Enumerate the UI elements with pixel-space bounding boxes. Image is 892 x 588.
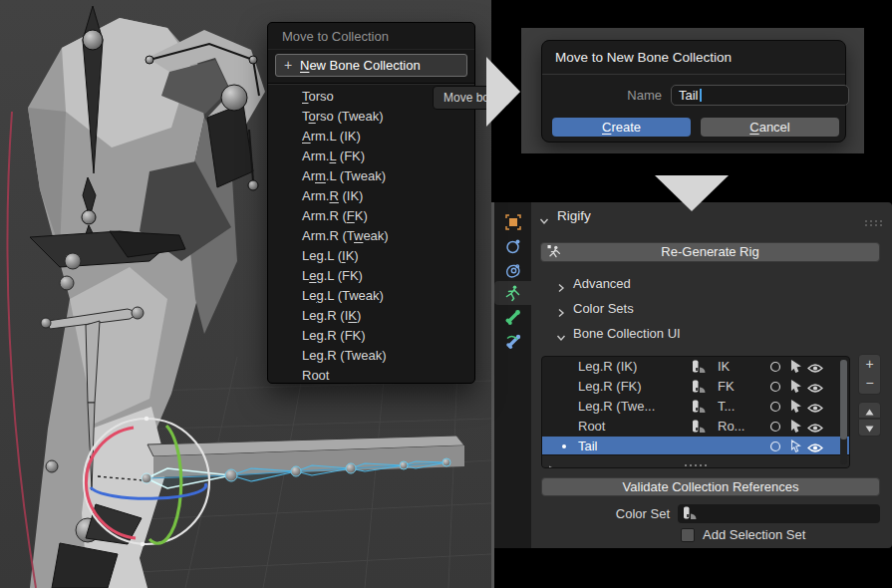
name-input-value: Tail bbox=[679, 88, 699, 103]
section-bone-collection-ui[interactable]: Bone Collection UI bbox=[531, 324, 892, 344]
chevron-down-icon bbox=[539, 212, 549, 230]
menu-item-arm-r-tweak[interactable]: Arm.R (Tweak) bbox=[268, 226, 474, 246]
bone-collection-list: Leg.R (IK) IK Leg.R (FK) FK Leg.R (Twe..… bbox=[541, 356, 850, 468]
solo-circle-icon[interactable] bbox=[769, 381, 781, 396]
menu-item-arm-r-fk[interactable]: Arm.R (FK) bbox=[268, 206, 474, 226]
solo-circle-icon[interactable] bbox=[769, 441, 781, 455]
menu-separator bbox=[268, 83, 474, 85]
bone-properties-tab[interactable] bbox=[494, 305, 531, 329]
panel-grip-icon[interactable] bbox=[864, 213, 882, 231]
list-scrollbar[interactable] bbox=[840, 360, 847, 464]
constraint-icon bbox=[504, 261, 522, 279]
menu-item-new-bone-collection[interactable]: + New Bone Collection bbox=[275, 54, 467, 77]
menu-item-arm-l-ik[interactable]: Arm.L (IK) bbox=[268, 127, 474, 147]
selectable-cursor-icon[interactable] bbox=[789, 380, 801, 396]
up-triangle-icon bbox=[865, 409, 874, 416]
armature-data-tab[interactable] bbox=[494, 281, 531, 305]
color-set-dropdown[interactable] bbox=[678, 504, 880, 523]
color-set-label: Color Set bbox=[531, 504, 670, 523]
visibility-eye-icon[interactable] bbox=[807, 422, 823, 437]
menu-item-leg-r-fk[interactable]: Leg.R (FK) bbox=[268, 326, 474, 346]
menu-title: Move to Collection bbox=[268, 23, 474, 50]
rigify-panel: Rigify Re-Generate Rig Advanced Color Se… bbox=[531, 202, 892, 548]
color-swatch-icon bbox=[692, 360, 706, 377]
menu-item-torso-tweak[interactable]: Torso (Tweak) bbox=[268, 107, 474, 127]
add-selection-set-label: Add Selection Set bbox=[703, 527, 805, 542]
bone-collection-rows: Leg.R (IK) IK Leg.R (FK) FK Leg.R (Twe..… bbox=[542, 357, 849, 456]
add-selection-set-checkbox[interactable] bbox=[681, 528, 695, 542]
bone-icon bbox=[504, 308, 522, 326]
object-properties-tab[interactable] bbox=[494, 210, 531, 234]
cancel-button[interactable]: Cancel bbox=[701, 118, 839, 137]
panel-title: Rigify bbox=[557, 208, 591, 223]
blender-screenshot: Move to Collection + New Bone Collection… bbox=[0, 0, 892, 588]
rigify-icon bbox=[547, 244, 563, 264]
active-dot-icon bbox=[562, 444, 566, 448]
add-collection-button[interactable]: + bbox=[858, 354, 881, 375]
menu-item-leg-r-ik[interactable]: Leg.R (IK) bbox=[268, 306, 474, 326]
object-icon bbox=[504, 213, 522, 231]
regenerate-rig-button[interactable]: Re-Generate Rig bbox=[540, 242, 880, 262]
visibility-eye-icon[interactable] bbox=[807, 362, 823, 377]
plus-icon: + bbox=[276, 55, 300, 76]
color-swatch-icon bbox=[683, 506, 697, 524]
color-swatch-icon bbox=[692, 420, 706, 437]
menu-item-list: TorsoTorso (Tweak)Arm.L (IK)Arm.L (FK)Ar… bbox=[268, 87, 474, 386]
resize-grip-icon[interactable] bbox=[685, 457, 707, 468]
move-up-button[interactable] bbox=[858, 402, 881, 419]
physics-properties-tab[interactable] bbox=[494, 234, 531, 258]
section-color-sets[interactable]: Color Sets bbox=[531, 299, 892, 319]
menu-item-root[interactable]: Root bbox=[268, 366, 474, 386]
menu-item-arm-l-fk[interactable]: Arm.L (FK) bbox=[268, 147, 474, 166]
menu-item-arm-l-tweak[interactable]: Arm.L (Tweak) bbox=[268, 166, 474, 186]
selectable-cursor-icon[interactable] bbox=[789, 360, 801, 376]
collection-row-root[interactable]: Root Ro... bbox=[542, 417, 849, 437]
collection-row-leg-r-twe[interactable]: Leg.R (Twe... T... bbox=[542, 397, 849, 417]
chevron-right-icon bbox=[556, 304, 566, 322]
color-swatch-icon bbox=[692, 400, 706, 417]
down-triangle-icon bbox=[865, 426, 874, 433]
collection-row-leg-r-ik[interactable]: Leg.R (IK) IK bbox=[542, 357, 849, 377]
name-label: Name bbox=[542, 87, 662, 105]
selectable-cursor-icon[interactable] bbox=[789, 440, 801, 455]
regenerate-rig-label: Re-Generate Rig bbox=[541, 243, 879, 261]
list-footer bbox=[542, 454, 849, 467]
menu-item-arm-r-ik[interactable]: Arm.R (IK) bbox=[268, 186, 474, 206]
dialog-title: Move to New Bone Collection bbox=[555, 50, 732, 65]
solo-circle-icon[interactable] bbox=[769, 421, 781, 436]
visibility-eye-icon[interactable] bbox=[807, 382, 823, 397]
validate-collection-references-button[interactable]: Validate Collection References bbox=[541, 477, 880, 496]
bone-constraint-icon bbox=[504, 332, 522, 350]
constraints-properties-tab[interactable] bbox=[494, 258, 531, 282]
bone-constraint-properties-tab[interactable] bbox=[494, 329, 531, 353]
move-to-new-bone-collection-dialog: Move to New Bone Collection Name Tail Cr… bbox=[541, 40, 846, 143]
menu-item-leg-l-ik[interactable]: Leg.L (IK) bbox=[268, 246, 474, 266]
move-down-button[interactable] bbox=[858, 420, 881, 437]
create-button[interactable]: Create bbox=[552, 118, 691, 137]
selectable-cursor-icon[interactable] bbox=[789, 400, 801, 416]
section-advanced[interactable]: Advanced bbox=[531, 274, 892, 294]
annotation-arrow-down bbox=[653, 173, 731, 213]
collection-row-leg-r-fk[interactable]: Leg.R (FK) FK bbox=[542, 377, 849, 397]
solo-circle-icon[interactable] bbox=[769, 361, 781, 376]
menu-item-leg-r-tweak[interactable]: Leg.R (Tweak) bbox=[268, 346, 474, 366]
scrollbar-thumb[interactable] bbox=[840, 360, 847, 440]
menu-item-leg-l-tweak[interactable]: Leg.L (Tweak) bbox=[268, 286, 474, 306]
collection-row-tail[interactable]: Tail bbox=[542, 437, 849, 456]
physics-icon bbox=[504, 237, 522, 255]
move-to-collection-menu: Move to Collection + New Bone Collection… bbox=[267, 22, 475, 384]
visibility-eye-icon[interactable] bbox=[807, 402, 823, 417]
name-input[interactable]: Tail bbox=[671, 85, 849, 106]
menu-item-label: New Bone Collection bbox=[300, 55, 421, 76]
selectable-cursor-icon[interactable] bbox=[789, 420, 801, 436]
color-swatch-icon bbox=[692, 380, 706, 397]
armature-icon bbox=[504, 284, 522, 302]
chevron-right-icon bbox=[556, 279, 566, 297]
annotation-arrow-right bbox=[486, 55, 522, 129]
solo-circle-icon[interactable] bbox=[769, 401, 781, 416]
dialog-separator bbox=[542, 74, 845, 75]
menu-item-leg-l-fk[interactable]: Leg.L (FK) bbox=[268, 266, 474, 286]
chevron-down-icon bbox=[556, 329, 566, 347]
expand-icon[interactable] bbox=[548, 458, 556, 468]
remove-collection-button[interactable]: − bbox=[858, 374, 881, 395]
